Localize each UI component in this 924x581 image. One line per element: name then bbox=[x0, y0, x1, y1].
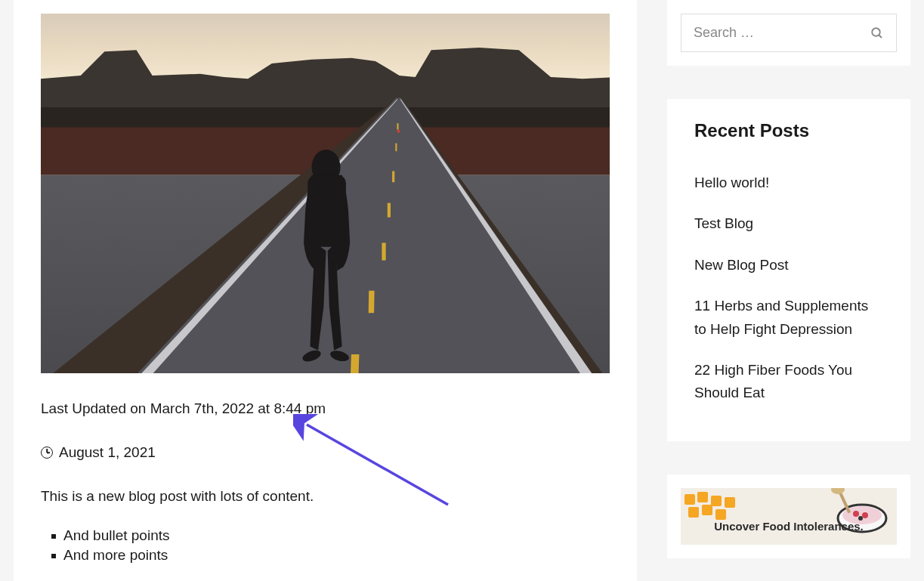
recent-post-link[interactable]: New Blog Post bbox=[694, 257, 789, 273]
recent-post-link[interactable]: 11 Herbs and Supplements to Help Fight D… bbox=[694, 298, 868, 336]
recent-posts-title: Recent Posts bbox=[694, 120, 883, 141]
svg-rect-3 bbox=[351, 354, 360, 373]
list-item: And bullet points bbox=[51, 526, 610, 545]
svg-rect-23 bbox=[702, 505, 712, 515]
recent-post-link[interactable]: Hello world! bbox=[694, 175, 769, 190]
svg-rect-5 bbox=[382, 243, 385, 260]
svg-rect-8 bbox=[395, 144, 397, 152]
promo-widget: Uncover Food Intolerances. bbox=[667, 474, 910, 558]
svg-rect-21 bbox=[711, 496, 722, 506]
recent-posts-widget: Recent Posts Hello world! Test Blog New … bbox=[667, 99, 910, 441]
recent-post-item: 11 Herbs and Supplements to Help Fight D… bbox=[694, 286, 883, 350]
search-input[interactable] bbox=[694, 25, 870, 41]
svg-rect-19 bbox=[685, 494, 695, 505]
svg-point-14 bbox=[397, 130, 400, 133]
svg-rect-6 bbox=[388, 203, 391, 218]
last-updated-text: Last Updated on March 7th, 2022 at 8:44 … bbox=[41, 400, 610, 417]
post-body-text: This is a new blog post with lots of con… bbox=[41, 488, 610, 505]
recent-post-link[interactable]: 22 High Fiber Foods You Should Eat bbox=[694, 362, 852, 400]
svg-point-28 bbox=[853, 511, 859, 517]
post-date: August 1, 2021 bbox=[41, 444, 610, 461]
svg-rect-20 bbox=[697, 492, 708, 502]
clock-icon bbox=[41, 447, 53, 459]
post-date-text: August 1, 2021 bbox=[59, 444, 156, 461]
recent-posts-list: Hello world! Test Blog New Blog Post 11 … bbox=[694, 162, 883, 414]
featured-image bbox=[41, 14, 610, 373]
svg-point-29 bbox=[862, 512, 868, 518]
svg-rect-4 bbox=[369, 291, 375, 314]
svg-line-17 bbox=[879, 35, 882, 38]
main-content: Last Updated on March 7th, 2022 at 8:44 … bbox=[14, 0, 637, 581]
search-box[interactable] bbox=[681, 14, 897, 52]
svg-rect-22 bbox=[688, 507, 699, 518]
post-bullet-list: And bullet points And more points bbox=[41, 526, 610, 565]
svg-rect-7 bbox=[392, 171, 394, 182]
recent-post-link[interactable]: Test Blog bbox=[694, 215, 753, 231]
recent-post-item: Test Blog bbox=[694, 203, 883, 244]
list-item: And more points bbox=[51, 545, 610, 565]
svg-rect-9 bbox=[397, 123, 398, 129]
promo-text: Uncover Food Intolerances. bbox=[681, 518, 897, 534]
recent-post-item: Hello world! bbox=[694, 162, 883, 203]
search-icon[interactable] bbox=[870, 26, 884, 40]
svg-rect-11 bbox=[307, 175, 346, 247]
svg-rect-25 bbox=[725, 497, 735, 508]
svg-point-16 bbox=[872, 28, 880, 36]
sidebar: Recent Posts Hello world! Test Blog New … bbox=[667, 0, 910, 558]
search-widget bbox=[667, 0, 910, 66]
recent-post-item: New Blog Post bbox=[694, 245, 883, 286]
promo-image[interactable]: Uncover Food Intolerances. bbox=[681, 488, 897, 545]
recent-post-item: 22 High Fiber Foods You Should Eat bbox=[694, 350, 883, 414]
